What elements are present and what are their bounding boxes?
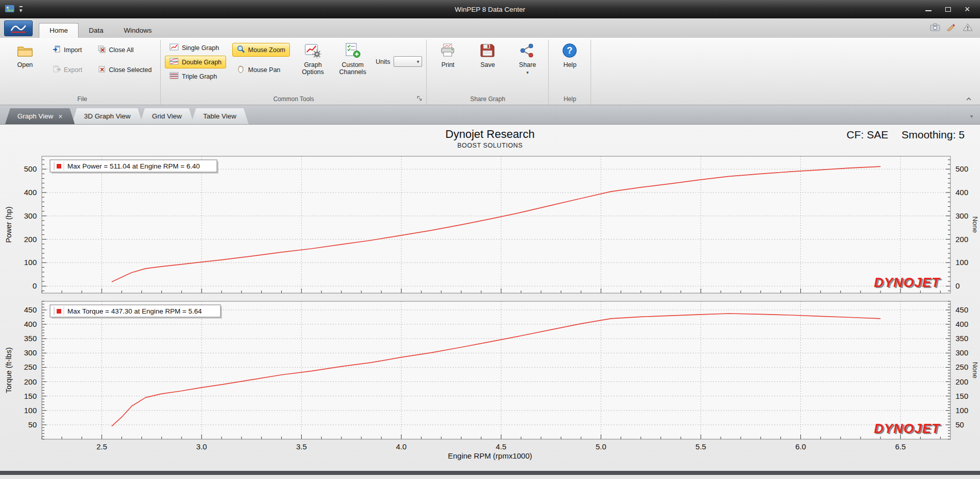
share-button[interactable]: Share ▾ <box>510 40 544 76</box>
share-icon <box>519 42 535 59</box>
close-all-button[interactable]: Close All <box>93 43 156 57</box>
warning-icon[interactable] <box>963 23 973 33</box>
triple-graph-label: Triple Graph <box>182 73 217 80</box>
units-select[interactable]: ▾ <box>394 56 422 67</box>
close-all-label: Close All <box>109 46 134 54</box>
torque-chart[interactable]: 5050100100150150200200250250300300350350… <box>0 298 980 451</box>
winpep-window: ▾ WinPEP 8 Data Center × Home Data Windo… <box>0 0 980 475</box>
quick-access-dropdown-icon[interactable]: ▾ <box>19 6 22 13</box>
close-selected-button[interactable]: Close Selected <box>93 63 156 77</box>
single-graph-icon <box>169 43 179 52</box>
share-dropdown-icon: ▾ <box>526 70 529 75</box>
mouse-zoom-button[interactable]: Mouse Zoom <box>232 43 290 57</box>
triple-graph-icon <box>169 72 179 81</box>
mouse-zoom-label: Mouse Zoom <box>248 46 285 54</box>
svg-text:300: 300 <box>24 348 37 357</box>
svg-text:4.0: 4.0 <box>396 442 407 451</box>
svg-text:50: 50 <box>28 420 37 429</box>
svg-text:400: 400 <box>955 188 968 197</box>
brush-icon[interactable] <box>946 23 957 33</box>
ribbon-tab-row: Home Data Windows <box>0 18 980 38</box>
double-graph-button[interactable]: Double Graph <box>165 56 226 68</box>
svg-text:5.0: 5.0 <box>596 442 606 451</box>
close-button[interactable]: × <box>958 2 977 16</box>
minimize-icon <box>925 7 932 11</box>
mouse-pan-button[interactable]: Mouse Pan <box>232 63 290 77</box>
bottom-strip <box>0 471 980 475</box>
svg-text:100: 100 <box>955 258 968 267</box>
svg-text:400: 400 <box>24 188 37 197</box>
svg-text:300: 300 <box>24 211 37 220</box>
svg-text:350: 350 <box>955 334 968 343</box>
dialog-launcher-icon[interactable] <box>417 95 422 103</box>
tab-list-dropdown-icon[interactable]: ▾ <box>970 113 973 119</box>
save-label: Save <box>480 61 495 68</box>
ribbon: Open Import Export Close All <box>0 38 980 105</box>
graph-options-button[interactable]: Graph Options <box>296 40 330 76</box>
correction-factor: CF: SAE Smoothing: 5 <box>847 129 965 141</box>
svg-text:350: 350 <box>24 334 37 343</box>
import-button[interactable]: Import <box>48 43 87 57</box>
tab-close-icon[interactable]: × <box>58 113 62 119</box>
tab-3d-graph-view-label: 3D Graph View <box>84 112 130 120</box>
tab-grid-view[interactable]: Grid View <box>140 108 194 124</box>
single-graph-label: Single Graph <box>182 44 219 52</box>
tab-graph-view-label: Graph View <box>17 112 53 120</box>
help-group-label: Help <box>553 93 586 105</box>
svg-text:400: 400 <box>955 320 968 328</box>
ribbon-group-file: Open Import Export Close All <box>4 40 161 105</box>
print-button[interactable]: Print <box>431 40 464 68</box>
mouse-pan-label: Mouse Pan <box>248 66 280 74</box>
svg-text:100: 100 <box>24 406 37 415</box>
svg-text:300: 300 <box>955 348 968 357</box>
ribbon-tab-data[interactable]: Data <box>79 23 114 38</box>
ribbon-tab-windows[interactable]: Windows <box>114 23 162 38</box>
collapse-ribbon-chevron[interactable] <box>966 95 972 103</box>
camera-icon[interactable] <box>930 23 940 33</box>
triple-graph-button[interactable]: Triple Graph <box>165 70 226 83</box>
svg-text:200: 200 <box>24 235 37 244</box>
svg-text:250: 250 <box>955 363 968 371</box>
svg-text:300: 300 <box>955 211 968 220</box>
maximize-button[interactable] <box>938 2 958 16</box>
svg-text:450: 450 <box>24 305 37 314</box>
graph-options-icon <box>305 42 321 59</box>
svg-text:6.0: 6.0 <box>795 442 806 451</box>
open-button[interactable]: Open <box>8 40 42 68</box>
svg-text:DYNOJET: DYNOJET <box>874 275 941 290</box>
svg-text:4.5: 4.5 <box>496 442 506 451</box>
application-menu-button[interactable] <box>4 20 33 36</box>
tab-3d-graph-view[interactable]: 3D Graph View <box>71 108 142 124</box>
titlebar: ▾ WinPEP 8 Data Center × <box>0 0 980 18</box>
svg-text:DYNOJET: DYNOJET <box>874 421 941 436</box>
tab-table-view-label: Table View <box>203 112 236 120</box>
power-chart[interactable]: 00100100200200300300400400500500Max Powe… <box>0 152 980 297</box>
svg-text:200: 200 <box>955 377 968 386</box>
svg-text:500: 500 <box>24 164 37 173</box>
export-button[interactable]: Export <box>48 63 87 77</box>
chevron-down-icon: ▾ <box>416 59 419 64</box>
app-icon[interactable] <box>5 5 14 14</box>
svg-text:50: 50 <box>955 420 964 429</box>
import-label: Import <box>64 46 82 54</box>
svg-text:None: None <box>971 362 979 378</box>
graph-options-label: Graph Options <box>296 61 330 76</box>
save-button[interactable]: Save <box>471 40 504 68</box>
tab-graph-view[interactable]: Graph View × <box>5 108 75 124</box>
tab-table-view[interactable]: Table View <box>191 108 249 124</box>
ribbon-tab-home[interactable]: Home <box>39 23 79 38</box>
mouse-pan-icon <box>237 65 245 75</box>
help-button[interactable]: ? Help <box>553 40 586 68</box>
svg-text:None: None <box>971 217 979 233</box>
custom-channels-button[interactable]: Custom Channels <box>336 40 370 76</box>
custom-channels-icon <box>345 42 361 59</box>
minimize-button[interactable] <box>919 2 938 16</box>
save-icon <box>479 42 496 59</box>
single-graph-button[interactable]: Single Graph <box>165 41 226 54</box>
cf-value: CF: SAE <box>847 129 889 141</box>
units-label: Units <box>376 58 390 65</box>
svg-text:200: 200 <box>24 377 37 386</box>
svg-text:450: 450 <box>955 305 968 314</box>
maximize-icon <box>945 7 951 12</box>
svg-text:500: 500 <box>955 164 968 173</box>
